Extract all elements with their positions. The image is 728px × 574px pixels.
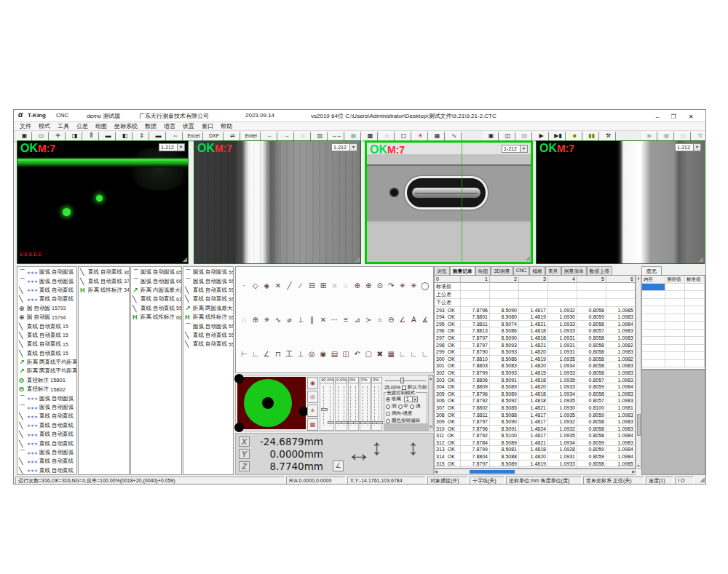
element-cell[interactable] xyxy=(642,314,665,322)
feature-item[interactable]: ╲直线自动直线63 xyxy=(131,295,181,303)
slider-track[interactable] xyxy=(323,386,324,426)
zoom-slider[interactable] xyxy=(385,378,426,383)
feature-item[interactable]: ╲直线自动直线37 xyxy=(79,276,129,285)
palette-icon[interactable]: ⋯ xyxy=(329,314,340,325)
palette-icon[interactable]: ∟ xyxy=(250,348,261,359)
program-save-button[interactable]: ▣ xyxy=(483,132,499,141)
export-dxf-button[interactable]: DXF xyxy=(205,132,223,141)
feature-item[interactable]: ╲∗∗∗直线自动直线 xyxy=(17,421,76,430)
scroll-down-icon[interactable]: ▼ xyxy=(636,463,641,468)
slider-thumb[interactable] xyxy=(341,421,348,424)
palette-icon[interactable]: ∟ xyxy=(408,348,419,359)
table-row[interactable]: 304OK7.88098.50891.48201.09330.80591.098… xyxy=(435,383,635,391)
element-row[interactable] xyxy=(642,306,705,314)
feature-item[interactable]: ╲直线自动直线15 xyxy=(17,322,76,330)
image-capture-button[interactable]: ▨ xyxy=(312,132,328,141)
palette-icon[interactable]: ⌀ xyxy=(284,314,295,325)
resize-handle-icon[interactable]: ◢ xyxy=(183,256,187,263)
camera-view-2[interactable]: OKM:7 1-212 ▾ ◢ xyxy=(194,140,361,264)
element-cell[interactable] xyxy=(642,306,665,314)
palette-icon[interactable]: ≡ xyxy=(341,314,352,325)
feature-item[interactable]: ↗距离内圆弧最大距离 xyxy=(131,286,181,295)
tab-模板[interactable]: 模板 xyxy=(529,266,545,275)
camera-view-3-selected[interactable]: OKM:7 1-212 ▾ ◢ xyxy=(365,140,533,264)
palette-icon[interactable]: A xyxy=(408,314,419,325)
tab-数据上传[interactable]: 数据上传 xyxy=(587,266,612,275)
feature-item[interactable]: ⌒∗∗∗圆弧自动圆弧 xyxy=(17,403,76,412)
scroll-right-icon[interactable]: ▶ xyxy=(632,469,635,474)
feature-item[interactable]: Θ直径标注15801 xyxy=(17,376,76,385)
tab-测量记录[interactable]: 测量记录 xyxy=(450,266,475,275)
element-cell[interactable] xyxy=(642,322,665,330)
ring-light-mode-button-3[interactable]: ▦ xyxy=(307,418,318,431)
slider-thumb[interactable] xyxy=(353,421,360,424)
palette-icon[interactable]: ✕ xyxy=(273,280,284,291)
element-row[interactable] xyxy=(642,299,705,307)
palette-icon[interactable]: ▦ xyxy=(386,348,397,359)
element-table[interactable]: 内容测得值标准值 xyxy=(641,275,705,370)
table-row[interactable]: 311OK7.87928.51001.48171.09350.80581.098… xyxy=(435,432,635,439)
palette-icon[interactable]: ○ xyxy=(329,280,340,291)
undo-button[interactable]: ← xyxy=(262,132,277,141)
window-resize-grip-icon[interactable]: ◢ xyxy=(700,476,705,483)
scrollbar-thumb[interactable] xyxy=(637,414,641,436)
feature-item[interactable]: ⌒圆弧自动圆弧55 xyxy=(183,268,233,276)
stage-stop-button[interactable]: ▬ xyxy=(151,132,166,141)
slider-track[interactable] xyxy=(330,386,331,426)
palette-icon[interactable]: ◈ xyxy=(261,280,272,291)
save-button[interactable]: ▣ xyxy=(17,132,32,141)
feature-item[interactable]: ╲∗∗∗直线自动直线 xyxy=(17,457,76,466)
element-cell[interactable] xyxy=(642,337,665,345)
redo-button[interactable]: → xyxy=(279,132,294,141)
slider-thumb[interactable] xyxy=(365,421,371,424)
level-radio-2[interactable] xyxy=(410,404,414,409)
table-row[interactable]: 296OK7.88138.50861.48181.09330.80571.098… xyxy=(435,327,635,335)
chevron-down-icon[interactable]: ▾ xyxy=(349,144,357,151)
scrollbar-thumb[interactable] xyxy=(470,470,515,474)
run-to-end-button[interactable]: ▶▮ xyxy=(550,132,566,141)
element-cell[interactable] xyxy=(642,291,665,299)
xy-jog-vertical-icon[interactable]: ↕ xyxy=(371,435,382,460)
feature-item[interactable]: ╲直线自动直线55 xyxy=(183,331,233,340)
program-open-button[interactable]: ▭ xyxy=(517,132,532,141)
feature-item[interactable]: H距离线性标注55 xyxy=(183,313,233,322)
tools-run-button[interactable]: ⚒ xyxy=(601,132,616,141)
element-cell[interactable] xyxy=(642,330,665,338)
slider-track[interactable] xyxy=(379,386,379,426)
z-move-button[interactable]: ⇕ xyxy=(134,132,149,141)
palette-icon[interactable]: ⊙ xyxy=(374,280,385,291)
favorite-radio[interactable] xyxy=(386,397,390,402)
palette-icon[interactable]: ∟ xyxy=(397,348,408,359)
table-row[interactable]: 299OK7.87908.50931.48201.09310.80581.098… xyxy=(435,348,635,356)
feature-item[interactable]: ↗距离两直线平均距离 xyxy=(17,358,76,367)
palette-icon[interactable]: ╱ xyxy=(284,280,295,291)
ring-light-icon[interactable] xyxy=(244,379,292,427)
slider-thumb[interactable] xyxy=(321,408,328,411)
run-button[interactable]: ▶ xyxy=(534,132,549,141)
tab-CNC[interactable]: CNC xyxy=(513,266,530,275)
slider-track[interactable] xyxy=(350,386,351,426)
scroll-left-icon[interactable]: ◀ xyxy=(435,469,438,474)
element-row[interactable] xyxy=(642,314,705,322)
options-scrollbar[interactable]: ▲ ▼ xyxy=(428,375,433,429)
slider-track[interactable] xyxy=(338,386,339,426)
xy-move-button[interactable]: ⇔ xyxy=(167,132,183,141)
element-cell[interactable] xyxy=(642,345,665,353)
palette-icon[interactable]: ∿ xyxy=(273,314,284,325)
table-row[interactable]: 308OK7.88118.50881.48171.09350.80591.098… xyxy=(435,412,635,419)
palette-icon[interactable]: ⊕ xyxy=(363,280,374,291)
slider-track[interactable] xyxy=(367,386,368,426)
camera3-channel-select[interactable]: 1-212 ▾ xyxy=(502,145,528,153)
slider-track[interactable] xyxy=(344,386,344,426)
palette-icon[interactable]: ∠ xyxy=(397,314,408,325)
maximize-button[interactable]: ❐ xyxy=(668,112,679,121)
palette-icon[interactable]: ⊕ xyxy=(250,314,261,325)
table-row[interactable]: 313OK7.87998.50811.48181.09280.80591.098… xyxy=(435,446,635,453)
tab-element[interactable]: 图元 xyxy=(641,266,662,275)
slider-thumb[interactable] xyxy=(400,378,404,383)
element-cell[interactable] xyxy=(642,360,665,368)
scroll-up-icon[interactable]: ▲ xyxy=(636,276,641,280)
radial-intensity-radio[interactable] xyxy=(386,412,390,416)
menu-item-9[interactable]: 窗口 xyxy=(202,122,213,130)
io-port-button[interactable]: ⇌ xyxy=(225,132,240,141)
